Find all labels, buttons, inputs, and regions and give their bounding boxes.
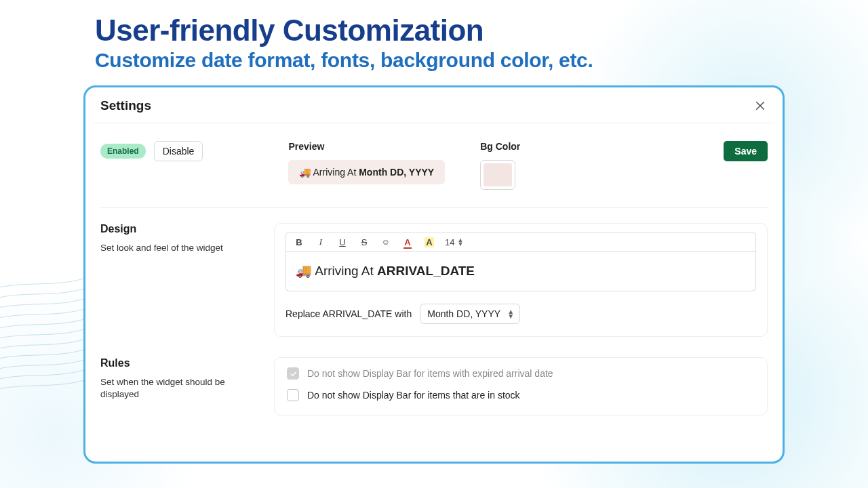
status-badge-enabled: Enabled bbox=[100, 144, 146, 159]
settings-modal: Settings Enabled Disable Preview 🚚 Arriv… bbox=[83, 85, 785, 464]
design-title: Design bbox=[100, 223, 251, 235]
rules-section: Rules Set when the widget should be disp… bbox=[85, 354, 783, 433]
hero-copy: User-friendly Customization Customize da… bbox=[0, 0, 868, 72]
bold-icon[interactable]: B bbox=[293, 237, 305, 247]
rules-desc: Set when the widget should be displayed bbox=[100, 376, 251, 401]
strike-icon[interactable]: S bbox=[358, 237, 370, 247]
date-format-value: Month DD, YYYY bbox=[427, 308, 500, 319]
modal-title: Settings bbox=[100, 98, 151, 113]
preview-label: Preview bbox=[288, 141, 445, 152]
hero-title: User-friendly Customization bbox=[95, 14, 773, 47]
bg-color-label: Bg Color bbox=[480, 141, 520, 152]
rule-instock: Do not show Display Bar for items that a… bbox=[287, 389, 755, 401]
underline-icon[interactable]: U bbox=[336, 237, 349, 247]
editor-prefix: 🚚 Arriving At bbox=[296, 264, 377, 278]
editor-toolbar: B I U S ☺ A A 14 ▲▼ bbox=[285, 232, 756, 252]
editor-token: ARRIVAL_DATE bbox=[377, 264, 475, 278]
checkbox[interactable] bbox=[287, 389, 299, 401]
text-color-icon[interactable]: A bbox=[401, 237, 414, 247]
disable-button[interactable]: Disable bbox=[154, 141, 203, 161]
bg-color-picker[interactable] bbox=[480, 160, 515, 190]
editor-body[interactable]: 🚚 Arriving At ARRIVAL_DATE bbox=[285, 252, 756, 291]
italic-icon[interactable]: I bbox=[315, 237, 327, 247]
preview-prefix: 🚚 Arriving At bbox=[299, 167, 359, 178]
chevrons-icon: ▲▼ bbox=[457, 238, 463, 246]
rule-instock-label: Do not show Display Bar for items that a… bbox=[307, 390, 520, 401]
chevrons-icon: ▲▼ bbox=[507, 309, 514, 319]
checkbox-locked-icon bbox=[287, 367, 299, 380]
emoji-icon[interactable]: ☺ bbox=[380, 237, 392, 247]
replace-label: Replace ARRIVAL_DATE with bbox=[285, 308, 412, 319]
rule-expired: Do not show Display Bar for items with e… bbox=[287, 367, 755, 380]
settings-top-row: Enabled Disable Preview 🚚 Arriving At Mo… bbox=[85, 123, 783, 207]
font-size-select[interactable]: 14 ▲▼ bbox=[445, 237, 463, 247]
rules-title: Rules bbox=[100, 357, 251, 369]
design-desc: Set look and feel of the widget bbox=[100, 242, 251, 254]
preview-date: Month DD, YYYY bbox=[359, 167, 434, 178]
close-icon[interactable] bbox=[753, 98, 768, 113]
rule-expired-label: Do not show Display Bar for items with e… bbox=[307, 368, 553, 379]
date-format-select[interactable]: Month DD, YYYY ▲▼ bbox=[420, 304, 520, 324]
highlight-icon[interactable]: A bbox=[423, 237, 435, 247]
hero-subtitle: Customize date format, fonts, background… bbox=[95, 49, 773, 72]
preview-chip: 🚚 Arriving At Month DD, YYYY bbox=[288, 160, 445, 184]
bg-color-swatch bbox=[484, 163, 512, 186]
rules-card: Do not show Display Bar for items with e… bbox=[274, 357, 768, 415]
design-card: B I U S ☺ A A 14 ▲▼ 🚚 Arriving At ARRIVA… bbox=[274, 223, 768, 337]
font-size-value: 14 bbox=[445, 237, 454, 247]
divider bbox=[100, 207, 768, 208]
design-section: Design Set look and feel of the widget B… bbox=[85, 223, 783, 354]
save-button[interactable]: Save bbox=[724, 141, 768, 161]
